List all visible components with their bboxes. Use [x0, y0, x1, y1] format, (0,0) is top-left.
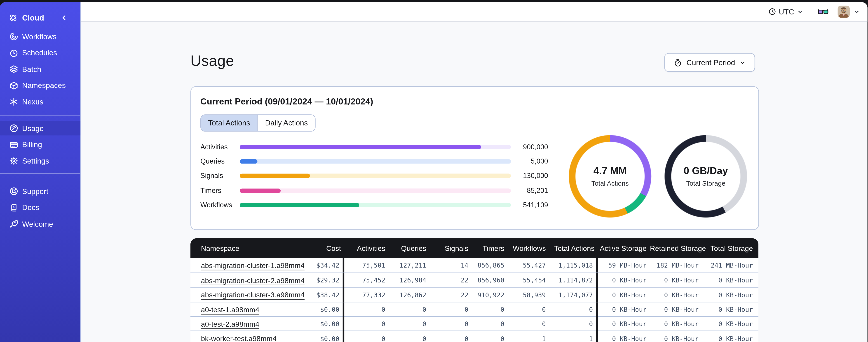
bar-label: Signals [200, 172, 240, 180]
cell-total-actions: 1,115,018 [549, 258, 598, 273]
sidebar-brand[interactable]: Cloud [9, 10, 75, 25]
cell-signals: 14 [430, 262, 471, 269]
cell-workflows: 1 [508, 335, 549, 342]
actions-bar-chart: Activities900,000Queries5,000Signals130,… [200, 140, 548, 212]
namespace-link[interactable]: a0-test-2.a98mm4 [201, 320, 259, 328]
cell-total-actions: 0 [549, 302, 598, 317]
sidebar-item-nexus[interactable]: Nexus [0, 95, 80, 109]
cell-retained-storage: 182 MB-Hour [650, 262, 702, 269]
column-header-signals: Signals [430, 244, 471, 252]
sidebar-item-namespaces[interactable]: Namespaces [0, 78, 80, 93]
avatar-image [837, 6, 849, 18]
column-header-workflows: Workflows [508, 244, 549, 252]
cell-workflows: 55,427 [508, 262, 549, 269]
topbar: UTC [81, 2, 867, 22]
cell-signals: 0 [430, 306, 471, 313]
sidebar-item-usage[interactable]: Usage [0, 121, 80, 136]
sidebar-item-label: Namespaces [22, 81, 66, 90]
bar-label: Timers [200, 186, 240, 194]
batch-icon [9, 65, 18, 73]
cell-namespace: abs-migration-cluster-3.a98mm4 [190, 291, 285, 299]
namespaces-icon [9, 81, 18, 90]
period-selector-label: Current Period [687, 59, 735, 67]
cell-signals: 0 [430, 320, 471, 328]
cell-workflows: 58,939 [508, 291, 549, 299]
bar-label: Queries [200, 158, 240, 165]
donut-value: 0 GB/Day [684, 165, 728, 177]
chevron-down-icon [853, 8, 860, 15]
table-row: abs-migration-cluster-3.a98mm4$38.4277,3… [190, 287, 758, 302]
sidebar-item-batch[interactable]: Batch [0, 62, 80, 76]
sidebar-item-workflows[interactable]: Workflows [0, 29, 80, 44]
namespace-link[interactable]: bk-worker-test.a98mm4 [201, 335, 277, 342]
cell-cost: $34.42 [284, 258, 344, 273]
bar-fill [240, 174, 310, 178]
namespace-link[interactable]: a0-test-1.a98mm4 [201, 305, 259, 314]
timezone-selector[interactable]: UTC [768, 7, 803, 16]
sidebar-item-label: Usage [22, 124, 44, 132]
cell-retained-storage: 0 KB-Hour [650, 335, 702, 342]
sidebar-item-label: Billing [22, 140, 42, 149]
bar-row-workflows: Workflows541,109 [200, 198, 548, 212]
cell-cost: $0.00 [284, 317, 344, 331]
bar-fill [240, 159, 257, 164]
bar-track [240, 159, 511, 164]
bar-row-queries: Queries5,000 [200, 154, 548, 169]
table-row: a0-test-1.a98mm4$0.000000000 KB-Hour0 KB… [190, 302, 758, 316]
donut-sublabel: Total Storage [686, 179, 725, 187]
cell-cost: $29.32 [284, 273, 344, 287]
bar-fill [240, 189, 280, 193]
table-header: NamespaceCostActivitiesQueriesSignalsTim… [190, 238, 758, 258]
app-window: Cloud Workflows Schedules [0, 2, 867, 342]
sidebar-item-schedules[interactable]: Schedules [0, 45, 80, 60]
bar-track [240, 189, 511, 193]
bar-fill [240, 203, 359, 207]
welcome-icon [9, 219, 18, 228]
cell-retained-storage: 0 KB-Hour [650, 277, 702, 284]
tab-total-actions[interactable]: Total Actions [201, 115, 257, 131]
sidebar-item-welcome[interactable]: Welcome [0, 217, 80, 231]
cell-namespace: a0-test-1.a98mm4 [190, 305, 285, 314]
sidebar-item-label: Workflows [22, 32, 57, 41]
sidebar: Cloud Workflows Schedules [0, 2, 81, 342]
cell-activities: 77,332 [344, 291, 389, 299]
cell-total-storage: 0 KB-Hour [702, 291, 756, 299]
bar-row-timers: Timers85,201 [200, 183, 548, 198]
column-header-total-actions: Total Actions [549, 244, 598, 252]
sidebar-item-settings[interactable]: Settings [0, 153, 80, 168]
cell-timers: 856,865 [472, 262, 508, 269]
period-selector-button[interactable]: Current Period [664, 53, 755, 72]
cell-timers: 0 [472, 306, 508, 313]
bar-row-signals: Signals130,000 [200, 169, 548, 183]
table-body: abs-migration-cluster-1.a98mm4$34.4275,5… [190, 258, 758, 342]
table-row: a0-test-2.a98mm4$0.000000000 KB-Hour0 KB… [190, 316, 758, 331]
support-icon [9, 187, 18, 196]
cell-timers: 0 [472, 320, 508, 328]
cell-total-actions: 1 [549, 332, 598, 342]
cell-namespace: bk-worker-test.a98mm4 [190, 335, 285, 342]
cell-total-storage: 0 KB-Hour [702, 335, 756, 342]
timezone-label: UTC [779, 7, 794, 16]
cell-namespace: a0-test-2.a98mm4 [190, 320, 285, 328]
bar-value: 541,109 [511, 201, 548, 209]
cell-signals: 0 [430, 335, 471, 342]
column-header-namespace: Namespace [190, 244, 285, 252]
bar-label: Workflows [200, 201, 240, 209]
cell-total-actions: 1,114,872 [549, 273, 598, 287]
account-menu-button[interactable] [853, 8, 860, 15]
cell-timers: 910,922 [472, 291, 508, 299]
cell-queries: 0 [389, 335, 430, 342]
sidebar-item-docs[interactable]: Docs [0, 200, 80, 215]
nerd-glasses-button[interactable] [817, 8, 829, 15]
user-avatar[interactable] [837, 6, 849, 18]
donut-sublabel: Total Actions [591, 179, 629, 187]
cell-active-storage: 59 MB-Hour [598, 262, 650, 269]
settings-icon [9, 156, 18, 165]
cell-signals: 22 [430, 291, 471, 299]
total-storage-donut-label: 0 GB/Day Total Storage [664, 135, 747, 218]
sidebar-item-billing[interactable]: Billing [0, 137, 80, 152]
sidebar-item-support[interactable]: Support [0, 184, 80, 199]
tab-daily-actions[interactable]: Daily Actions [257, 115, 315, 131]
collapse-sidebar-icon[interactable] [60, 14, 68, 22]
cell-total-actions: 0 [549, 317, 598, 331]
